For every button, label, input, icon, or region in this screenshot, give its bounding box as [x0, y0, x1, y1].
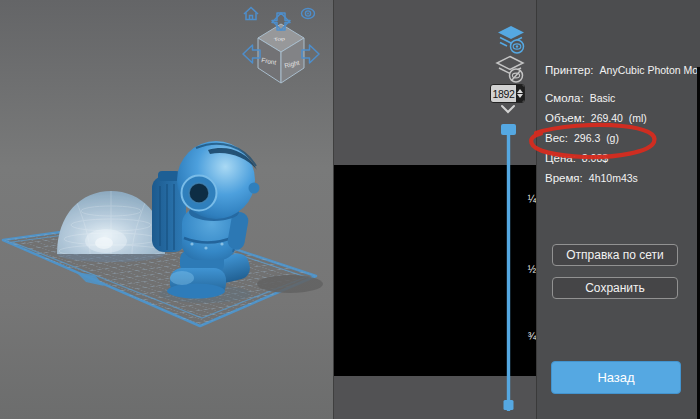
viewport-scene: Top Front Right: [0, 0, 333, 419]
printer-value: AnyCubic Photon Mono X: [600, 64, 700, 76]
slider-mark-three-quarter: ¾: [520, 331, 536, 342]
slicer-app-window: Top Front Right: [0, 0, 700, 419]
price-label: Цена:: [545, 152, 576, 164]
rotate-right-arrow[interactable]: [302, 45, 319, 63]
spinner-arrows[interactable]: [516, 85, 524, 102]
layers-visible-icon[interactable]: [498, 26, 524, 53]
time-value: 4h10m43s: [589, 172, 638, 184]
volume-label: Объем:: [545, 112, 585, 124]
layers-hidden-icon[interactable]: [497, 57, 523, 83]
slice-preview-panel: 1892 ¼ ½ ¾: [334, 0, 537, 419]
print-info-sidebar: Принтер: AnyCubic Photon Mono X Смола: B…: [537, 0, 700, 419]
time-row: Время: 4h10m43s: [545, 172, 638, 187]
viewport-3d[interactable]: Top Front Right: [0, 0, 333, 419]
slider-track[interactable]: [507, 126, 510, 411]
layer-count-value[interactable]: 1892: [491, 88, 516, 100]
slider-top-handle[interactable]: [501, 124, 516, 135]
volume-row: Объем: 269.40 (ml): [545, 112, 647, 127]
back-button[interactable]: Назад: [551, 361, 681, 394]
nav-cube[interactable]: Top Front Right: [258, 24, 304, 83]
resin-value: Basic: [590, 92, 616, 104]
spinner-down-icon[interactable]: [517, 94, 523, 98]
layer-slider[interactable]: [501, 124, 516, 411]
chevron-down-icon[interactable]: [502, 106, 514, 112]
resin-label: Смола:: [545, 92, 584, 104]
volume-value: 269.40 (ml): [591, 112, 647, 124]
dome-model[interactable]: [57, 191, 165, 262]
rotate-left-arrow[interactable]: [243, 45, 260, 63]
price-value: 8.08$: [582, 152, 608, 164]
weight-label: Вес:: [545, 132, 568, 144]
save-button[interactable]: Сохранить: [552, 277, 678, 299]
printer-row: Принтер: AnyCubic Photon Mono X: [545, 64, 700, 79]
slider-mark-quarter: ¼: [520, 194, 536, 205]
model-shadow: [257, 275, 323, 293]
price-row: Цена: 8.08$: [545, 152, 608, 167]
eye-icon[interactable]: [302, 9, 315, 19]
time-label: Время:: [545, 172, 583, 184]
printer-label: Принтер:: [545, 64, 594, 76]
layer-count-spinner[interactable]: 1892: [490, 84, 525, 103]
spinner-up-icon[interactable]: [517, 89, 523, 93]
slider-bottom-handle[interactable]: [504, 400, 514, 410]
send-over-network-button[interactable]: Отправка по сети: [552, 244, 678, 266]
slider-mark-half: ½: [520, 264, 536, 275]
weight-row: Вес: 296.3 (g): [545, 132, 619, 147]
cube-face-top[interactable]: Top: [273, 37, 285, 42]
weight-value: 296.3 (g): [574, 132, 619, 144]
resin-row: Смола: Basic: [545, 92, 615, 107]
home-icon[interactable]: [244, 8, 258, 20]
